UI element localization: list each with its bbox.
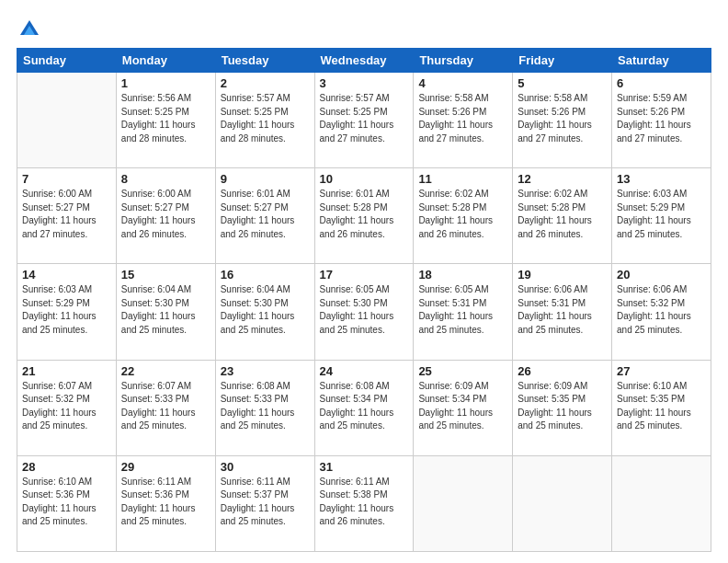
day-info: Sunrise: 5:57 AMSunset: 5:25 PMDaylight:… xyxy=(221,92,310,145)
calendar-cell: 27Sunrise: 6:10 AMSunset: 5:35 PMDayligh… xyxy=(612,360,711,455)
calendar-cell: 25Sunrise: 6:09 AMSunset: 5:34 PMDayligh… xyxy=(414,360,513,455)
day-info: Sunrise: 6:10 AMSunset: 5:35 PMDaylight:… xyxy=(617,380,706,433)
week-row-1: 7Sunrise: 6:00 AMSunset: 5:27 PMDaylight… xyxy=(17,168,711,264)
day-info: Sunrise: 6:10 AMSunset: 5:36 PMDaylight:… xyxy=(22,476,111,529)
day-number: 3 xyxy=(320,76,409,90)
day-info: Sunrise: 5:58 AMSunset: 5:26 PMDaylight:… xyxy=(418,92,507,145)
day-number: 11 xyxy=(418,172,507,186)
day-info: Sunrise: 6:11 AMSunset: 5:37 PMDaylight:… xyxy=(221,476,310,529)
calendar-cell: 20Sunrise: 6:06 AMSunset: 5:32 PMDayligh… xyxy=(612,264,711,360)
day-info: Sunrise: 6:03 AMSunset: 5:29 PMDaylight:… xyxy=(617,188,706,241)
logo xyxy=(17,17,46,42)
day-info: Sunrise: 6:05 AMSunset: 5:30 PMDaylight:… xyxy=(320,283,409,337)
day-number: 12 xyxy=(518,172,607,186)
day-number: 31 xyxy=(320,460,409,474)
calendar-cell: 18Sunrise: 6:05 AMSunset: 5:31 PMDayligh… xyxy=(414,264,513,360)
day-number: 2 xyxy=(221,76,310,90)
calendar-cell: 23Sunrise: 6:08 AMSunset: 5:33 PMDayligh… xyxy=(215,360,314,455)
calendar-cell: 17Sunrise: 6:05 AMSunset: 5:30 PMDayligh… xyxy=(314,264,414,360)
day-number: 24 xyxy=(320,364,409,378)
calendar-cell: 1Sunrise: 5:56 AMSunset: 5:25 PMDaylight… xyxy=(116,73,215,168)
day-info: Sunrise: 6:01 AMSunset: 5:28 PMDaylight:… xyxy=(320,188,409,241)
day-info: Sunrise: 6:02 AMSunset: 5:28 PMDaylight:… xyxy=(418,188,507,241)
day-number: 20 xyxy=(617,268,706,282)
calendar-cell: 28Sunrise: 6:10 AMSunset: 5:36 PMDayligh… xyxy=(17,455,117,551)
day-info: Sunrise: 6:09 AMSunset: 5:34 PMDaylight:… xyxy=(418,380,507,433)
day-info: Sunrise: 6:03 AMSunset: 5:29 PMDaylight:… xyxy=(22,283,111,337)
calendar-cell: 6Sunrise: 5:59 AMSunset: 5:26 PMDaylight… xyxy=(612,73,711,168)
week-row-3: 21Sunrise: 6:07 AMSunset: 5:32 PMDayligh… xyxy=(17,360,711,455)
calendar-cell: 16Sunrise: 6:04 AMSunset: 5:30 PMDayligh… xyxy=(215,264,314,360)
logo-icon xyxy=(17,17,42,42)
day-number: 13 xyxy=(617,172,706,186)
day-number: 26 xyxy=(518,364,607,378)
day-number: 15 xyxy=(121,268,210,282)
calendar-page: SundayMondayTuesdayWednesdayThursdayFrid… xyxy=(0,0,728,563)
calendar-cell: 24Sunrise: 6:08 AMSunset: 5:34 PMDayligh… xyxy=(314,360,414,455)
calendar-cell: 13Sunrise: 6:03 AMSunset: 5:29 PMDayligh… xyxy=(612,168,711,264)
day-number: 4 xyxy=(418,76,507,90)
calendar-cell: 2Sunrise: 5:57 AMSunset: 5:25 PMDaylight… xyxy=(215,73,314,168)
day-number: 28 xyxy=(22,460,111,474)
weekday-monday: Monday xyxy=(116,49,215,73)
calendar-cell: 22Sunrise: 6:07 AMSunset: 5:33 PMDayligh… xyxy=(116,360,215,455)
calendar-cell: 8Sunrise: 6:00 AMSunset: 5:27 PMDaylight… xyxy=(116,168,215,264)
calendar-table: SundayMondayTuesdayWednesdayThursdayFrid… xyxy=(17,48,711,552)
week-row-2: 14Sunrise: 6:03 AMSunset: 5:29 PMDayligh… xyxy=(17,264,711,360)
day-number: 8 xyxy=(121,172,210,186)
day-number: 29 xyxy=(121,460,210,474)
calendar-body: 1Sunrise: 5:56 AMSunset: 5:25 PMDaylight… xyxy=(17,73,711,552)
calendar-cell: 26Sunrise: 6:09 AMSunset: 5:35 PMDayligh… xyxy=(513,360,612,455)
day-info: Sunrise: 6:06 AMSunset: 5:31 PMDaylight:… xyxy=(518,283,607,337)
weekday-header-row: SundayMondayTuesdayWednesdayThursdayFrid… xyxy=(17,49,711,73)
day-number: 25 xyxy=(418,364,507,378)
calendar-cell xyxy=(612,455,711,551)
weekday-thursday: Thursday xyxy=(414,49,513,73)
day-number: 16 xyxy=(221,268,310,282)
day-info: Sunrise: 6:07 AMSunset: 5:32 PMDaylight:… xyxy=(22,380,111,433)
day-info: Sunrise: 6:07 AMSunset: 5:33 PMDaylight:… xyxy=(121,380,210,433)
day-number: 23 xyxy=(221,364,310,378)
day-number: 10 xyxy=(320,172,409,186)
day-info: Sunrise: 6:06 AMSunset: 5:32 PMDaylight:… xyxy=(617,283,706,337)
weekday-tuesday: Tuesday xyxy=(215,49,314,73)
calendar-cell: 15Sunrise: 6:04 AMSunset: 5:30 PMDayligh… xyxy=(116,264,215,360)
day-info: Sunrise: 6:11 AMSunset: 5:38 PMDaylight:… xyxy=(320,476,409,529)
day-number: 6 xyxy=(617,76,706,90)
calendar-cell: 7Sunrise: 6:00 AMSunset: 5:27 PMDaylight… xyxy=(17,168,117,264)
calendar-cell xyxy=(513,455,612,551)
calendar-cell: 9Sunrise: 6:01 AMSunset: 5:27 PMDaylight… xyxy=(215,168,314,264)
day-number: 19 xyxy=(518,268,607,282)
day-number: 5 xyxy=(518,76,607,90)
calendar-cell: 11Sunrise: 6:02 AMSunset: 5:28 PMDayligh… xyxy=(414,168,513,264)
day-info: Sunrise: 5:56 AMSunset: 5:25 PMDaylight:… xyxy=(121,92,210,145)
day-number: 1 xyxy=(121,76,210,90)
day-number: 21 xyxy=(22,364,111,378)
day-info: Sunrise: 6:08 AMSunset: 5:33 PMDaylight:… xyxy=(221,380,310,433)
day-info: Sunrise: 5:58 AMSunset: 5:26 PMDaylight:… xyxy=(518,92,607,145)
day-number: 30 xyxy=(221,460,310,474)
calendar-cell xyxy=(17,73,117,168)
week-row-0: 1Sunrise: 5:56 AMSunset: 5:25 PMDaylight… xyxy=(17,73,711,168)
calendar-cell xyxy=(414,455,513,551)
day-number: 27 xyxy=(617,364,706,378)
calendar-cell: 31Sunrise: 6:11 AMSunset: 5:38 PMDayligh… xyxy=(314,455,414,551)
calendar-cell: 4Sunrise: 5:58 AMSunset: 5:26 PMDaylight… xyxy=(414,73,513,168)
day-info: Sunrise: 6:01 AMSunset: 5:27 PMDaylight:… xyxy=(221,188,310,241)
calendar-cell: 14Sunrise: 6:03 AMSunset: 5:29 PMDayligh… xyxy=(17,264,117,360)
day-number: 17 xyxy=(320,268,409,282)
day-info: Sunrise: 6:00 AMSunset: 5:27 PMDaylight:… xyxy=(22,188,111,241)
calendar-cell: 3Sunrise: 5:57 AMSunset: 5:25 PMDaylight… xyxy=(314,73,414,168)
header xyxy=(17,17,711,42)
weekday-saturday: Saturday xyxy=(612,49,711,73)
weekday-friday: Friday xyxy=(513,49,612,73)
day-info: Sunrise: 5:57 AMSunset: 5:25 PMDaylight:… xyxy=(320,92,409,145)
week-row-4: 28Sunrise: 6:10 AMSunset: 5:36 PMDayligh… xyxy=(17,455,711,551)
day-info: Sunrise: 6:00 AMSunset: 5:27 PMDaylight:… xyxy=(121,188,210,241)
calendar-cell: 10Sunrise: 6:01 AMSunset: 5:28 PMDayligh… xyxy=(314,168,414,264)
weekday-wednesday: Wednesday xyxy=(314,49,414,73)
day-info: Sunrise: 6:05 AMSunset: 5:31 PMDaylight:… xyxy=(418,283,507,337)
calendar-cell: 5Sunrise: 5:58 AMSunset: 5:26 PMDaylight… xyxy=(513,73,612,168)
day-number: 9 xyxy=(221,172,310,186)
weekday-sunday: Sunday xyxy=(17,49,117,73)
